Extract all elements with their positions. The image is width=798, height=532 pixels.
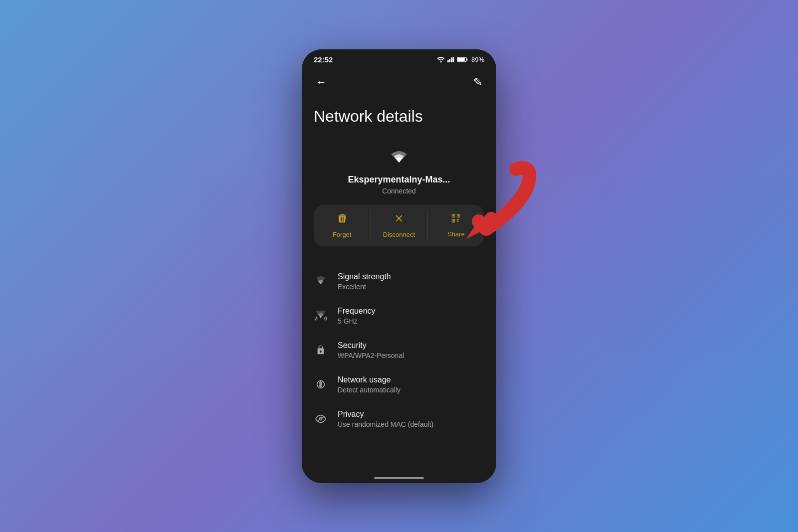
x-svg bbox=[394, 213, 404, 224]
network-usage-label: Network usage bbox=[338, 375, 400, 384]
svg-rect-3 bbox=[452, 56, 454, 62]
privacy-label: Privacy bbox=[338, 410, 433, 419]
forget-label: Forget bbox=[333, 231, 352, 238]
security-text: Security WPA/WPA2-Personal bbox=[338, 341, 404, 359]
frequency-label: Frequency bbox=[338, 307, 376, 316]
signal-strength-text: Signal strength Excellent bbox=[338, 272, 391, 291]
privacy-value: Use randomized MAC (default) bbox=[338, 420, 433, 428]
network-card: Eksperymentalny-Mas... Connected Forget bbox=[302, 138, 496, 264]
home-pill bbox=[374, 477, 424, 479]
phone-frame: 22:52 89% bbox=[302, 49, 496, 483]
svg-point-7 bbox=[320, 317, 321, 318]
trash-svg bbox=[337, 213, 348, 224]
battery-percent: 89% bbox=[471, 56, 484, 63]
svg-rect-1 bbox=[449, 59, 450, 62]
back-button[interactable]: ← bbox=[312, 72, 331, 93]
signal-icon bbox=[447, 56, 454, 63]
wifi-status-icon bbox=[437, 56, 445, 63]
eye-icon bbox=[314, 414, 328, 423]
status-time: 22:52 bbox=[314, 55, 333, 64]
privacy-row: Privacy Use randomized MAC (default) bbox=[302, 402, 496, 436]
qr-icon bbox=[450, 213, 461, 226]
network-usage-value: Detect automatically bbox=[338, 386, 400, 394]
svg-line-10 bbox=[317, 416, 325, 422]
disconnect-button[interactable]: Disconnect bbox=[371, 205, 427, 246]
svg-rect-5 bbox=[466, 58, 467, 60]
wifi-signal-svg bbox=[315, 276, 327, 286]
signal-strength-value: Excellent bbox=[338, 283, 391, 291]
security-value: WPA/WPA2-Personal bbox=[338, 352, 404, 359]
lock-icon bbox=[314, 345, 328, 355]
trash-icon bbox=[337, 213, 348, 227]
security-row: Security WPA/WPA2-Personal bbox=[302, 333, 496, 367]
top-nav-bar: ← ✎ bbox=[302, 68, 496, 97]
edit-button[interactable]: ✎ bbox=[469, 72, 486, 93]
lock-svg bbox=[316, 345, 326, 355]
signal-strength-row: Signal strength Excellent bbox=[302, 264, 496, 299]
disconnect-label: Disconnect bbox=[383, 231, 415, 238]
status-bar: 22:52 89% bbox=[302, 49, 496, 68]
svg-rect-0 bbox=[447, 60, 449, 62]
status-icons: 89% bbox=[437, 56, 484, 63]
network-usage-row: Network usage Detect automatically bbox=[302, 367, 496, 402]
network-connection-status: Connected bbox=[382, 187, 416, 195]
freq-svg bbox=[315, 311, 327, 321]
wifi-display-icon bbox=[387, 148, 411, 167]
privacy-text: Privacy Use randomized MAC (default) bbox=[338, 410, 433, 428]
signal-strength-label: Signal strength bbox=[338, 272, 391, 281]
wifi-large-icon bbox=[387, 148, 411, 169]
dollar-icon bbox=[314, 379, 328, 390]
network-name: Eksperymentalny-Mas... bbox=[348, 175, 450, 185]
battery-icon bbox=[457, 56, 468, 63]
svg-rect-6 bbox=[457, 58, 465, 61]
signal-wifi-icon bbox=[314, 276, 328, 286]
frequency-text: Frequency 5 GHz bbox=[338, 307, 376, 325]
page-title: Network details bbox=[314, 107, 484, 126]
security-label: Security bbox=[338, 341, 404, 350]
network-usage-text: Network usage Detect automatically bbox=[338, 375, 400, 394]
eye-svg bbox=[315, 414, 326, 423]
dollar-svg bbox=[316, 379, 326, 390]
share-button[interactable]: Share bbox=[428, 205, 484, 246]
scroll-content: Eksperymentalny-Mas... Connected Forget bbox=[302, 138, 496, 476]
page-title-section: Network details bbox=[302, 97, 496, 138]
frequency-row: Frequency 5 GHz bbox=[302, 299, 496, 333]
forget-button[interactable]: Forget bbox=[314, 205, 370, 246]
x-icon bbox=[394, 213, 404, 227]
action-buttons-row: Forget Disconnect bbox=[314, 205, 484, 246]
frequency-icon bbox=[314, 311, 328, 321]
frequency-value: 5 GHz bbox=[338, 317, 376, 325]
qr-svg bbox=[450, 213, 461, 224]
share-label: Share bbox=[447, 230, 465, 238]
svg-rect-2 bbox=[451, 57, 452, 62]
